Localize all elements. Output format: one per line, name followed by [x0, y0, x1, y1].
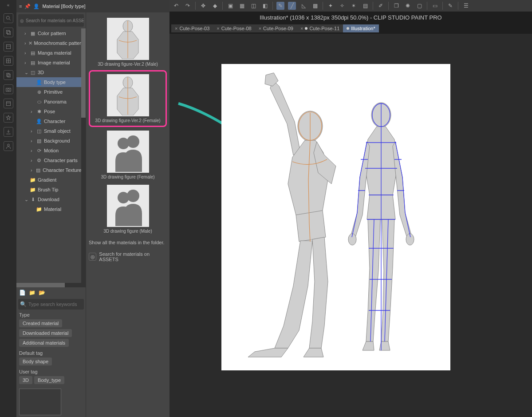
tab-cute-pose-11[interactable]: ×Cute-Pose-11 — [297, 24, 343, 32]
layers2-icon[interactable]: ❐ — [392, 2, 400, 10]
tree-item-background[interactable]: ›▧Background — [16, 136, 86, 146]
folder-open-icon[interactable]: 📂 — [38, 289, 46, 297]
chip-3d[interactable]: 3D — [19, 376, 32, 384]
rail-copy-icon[interactable] — [4, 70, 13, 80]
window-icon[interactable]: ▭ — [431, 2, 439, 10]
tree-item-small-object[interactable]: ›◫Small object — [16, 126, 86, 136]
tree-item-motion[interactable]: ›⟳Motion — [16, 146, 86, 155]
tree-item-material[interactable]: 📁Material — [16, 204, 86, 214]
eraser-icon[interactable]: ◺ — [299, 2, 307, 10]
move-icon[interactable]: ✥ — [199, 2, 207, 10]
panel2-icon[interactable]: ▤ — [361, 2, 369, 10]
close-icon[interactable]: × — [300, 26, 303, 31]
tree-item-primitive[interactable]: ⊕Primitive — [16, 87, 86, 97]
spark1-icon[interactable]: ✦ — [327, 2, 335, 10]
window-title: Illustration* (1036 x 1382px 350dpi 50.0… — [169, 12, 532, 23]
thumb-image — [107, 131, 149, 173]
rail-search-icon[interactable] — [4, 13, 13, 23]
thumb-image — [107, 185, 149, 227]
panel-menu-icon[interactable]: ≡ — [19, 4, 22, 9]
crop-icon[interactable]: ◫ — [249, 2, 257, 10]
rail-star-icon[interactable] — [4, 113, 13, 123]
rail-camera-icon[interactable] — [4, 84, 13, 94]
mesh-icon[interactable]: ▩ — [311, 2, 319, 10]
cube-icon[interactable]: ◆ — [211, 2, 219, 10]
thumb-3d-drawing-figure-male-[interactable]: 3D drawing figure (Male) — [95, 183, 161, 235]
tree-vscrollbar[interactable] — [81, 28, 86, 283]
folder-icon[interactable]: 📁 — [28, 289, 36, 297]
keyword-search[interactable]: 🔍 — [18, 299, 84, 310]
tree-item-download[interactable]: ⌄⬇Download — [16, 195, 86, 204]
spiral-icon: ◎ — [89, 253, 96, 261]
canvas-zone[interactable] — [169, 34, 532, 417]
brush-icon[interactable]: ╱ — [288, 2, 296, 10]
rail-download-icon[interactable] — [4, 127, 13, 137]
chip-created-material[interactable]: Created material — [19, 319, 62, 327]
tree-item-3d[interactable]: ⌄◫3D — [16, 68, 86, 77]
rail-calendar-icon[interactable] — [4, 99, 13, 108]
tree-item-gradient[interactable]: 📁Gradient — [16, 175, 86, 185]
tree-item-pose[interactable]: ›✱Pose — [16, 107, 86, 116]
main-area: ↶ ↷ ✥ ◆ ▣ ▦ ◫ ◧ ✎ ╱ ◺ ▩ ✦ ✧ ✶ ▤ ✐ ❐ ✺ ▢ … — [169, 0, 532, 417]
spark3-icon[interactable]: ✶ — [350, 2, 358, 10]
spark4-icon[interactable]: ✺ — [404, 2, 412, 10]
undo-icon[interactable]: ↶ — [172, 2, 180, 10]
thumb-3d-drawing-figure-ver-2-female-[interactable]: 3D drawing figure-Ver.2 (Female) — [89, 70, 167, 127]
rail-panel-icon[interactable] — [4, 42, 13, 52]
chip-body-shape[interactable]: Body shape — [19, 357, 52, 365]
image-icon[interactable]: ▣ — [226, 2, 234, 10]
close-icon[interactable]: × — [217, 26, 219, 31]
svg-rect-2 — [6, 30, 9, 33]
tab-cute-pose-09[interactable]: ×Cute-Pose-09 — [255, 24, 297, 32]
edit-icon[interactable]: ✎ — [446, 2, 454, 10]
pen-icon[interactable]: ✎ — [276, 2, 284, 10]
keyword-input[interactable] — [28, 302, 82, 307]
panel-pin-icon[interactable]: 📌 — [24, 4, 31, 9]
thumb-3d-drawing-figure-female-[interactable]: 3D drawing figure (Female) — [95, 129, 161, 181]
top-toolbar: ↶ ↷ ✥ ◆ ▣ ▦ ◫ ◧ ✎ ╱ ◺ ▩ ✦ ✧ ✶ ▤ ✐ ❐ ✺ ▢ … — [169, 0, 532, 12]
tree-item-character-textures[interactable]: ›▨Character Textures — [16, 165, 86, 175]
canvas[interactable] — [221, 64, 450, 370]
thumb-3d-drawing-figure-ver-2-male-[interactable]: 3D drawing figure-Ver.2 (Male) — [95, 16, 161, 68]
tree-item-brush-tip[interactable]: 📁Brush Tip — [16, 185, 86, 195]
tree-item-character[interactable]: 👤Character — [16, 116, 86, 126]
rect-icon[interactable]: ▢ — [415, 2, 423, 10]
tree-item-color-pattern[interactable]: ›▦Color pattern — [16, 28, 86, 38]
search-icon: 🔍 — [20, 301, 27, 307]
new-folder-icon[interactable]: 📄 — [18, 289, 26, 297]
transform-icon[interactable]: ◧ — [261, 2, 269, 10]
close-icon[interactable]: × — [259, 26, 261, 31]
grid-icon[interactable]: ▦ — [238, 2, 246, 10]
svg-rect-10 — [8, 74, 10, 77]
rail-person-icon[interactable] — [4, 141, 13, 151]
search-assets-row[interactable]: ◎Search for materials on ASSETS — [86, 250, 169, 264]
collapse-rail-icon[interactable]: « — [7, 3, 10, 9]
redo-icon[interactable]: ↷ — [184, 2, 192, 10]
tab-cute-pose-08[interactable]: ×Cute-Pose-08 — [213, 24, 255, 32]
chip-downloaded-material[interactable]: Downloaded material — [19, 329, 72, 337]
chip-body-type[interactable]: Body_type — [34, 376, 64, 384]
page-icon: ▤ — [30, 50, 36, 56]
tree-item-monochromatic-pattern[interactable]: ›✕Monochromatic pattern — [16, 38, 86, 48]
tree-item-body-type[interactable]: 👤Body type — [16, 77, 86, 87]
close-icon[interactable]: × — [175, 26, 177, 31]
preview-box — [16, 386, 86, 417]
tree-hscrollbar[interactable] — [16, 283, 86, 287]
thumb-label: 3D drawing figure-Ver.2 (Female) — [95, 118, 160, 123]
pose-icon: ✱ — [36, 108, 42, 115]
tree-item-character-parts[interactable]: ›⚙Character parts — [16, 155, 86, 165]
tree-item-image-material[interactable]: ›▤Image material — [16, 58, 86, 68]
tab-illustration-[interactable]: Illustration* — [343, 24, 378, 32]
assets-search-button[interactable]: ◎ Search for materials on ASSETS — [18, 14, 84, 27]
list-icon[interactable]: ☰ — [462, 2, 470, 10]
spark2-icon[interactable]: ✧ — [338, 2, 346, 10]
rail-layers-icon[interactable] — [4, 28, 13, 37]
tree-item-panorama[interactable]: ⬭Panorama — [16, 97, 86, 107]
tree-item-manga-material[interactable]: ›▤Manga material — [16, 48, 86, 58]
assets-search-label: Search for materials on ASSETS — [26, 18, 84, 23]
pencil-icon[interactable]: ✐ — [377, 2, 385, 10]
chip-additional-materials[interactable]: Additional materials — [19, 339, 69, 347]
tab-cute-pose-03[interactable]: ×Cute-Pose-03 — [171, 24, 213, 32]
tree[interactable]: ›▦Color pattern›✕Monochromatic pattern›▤… — [16, 28, 86, 283]
rail-grid-icon[interactable] — [4, 56, 13, 66]
